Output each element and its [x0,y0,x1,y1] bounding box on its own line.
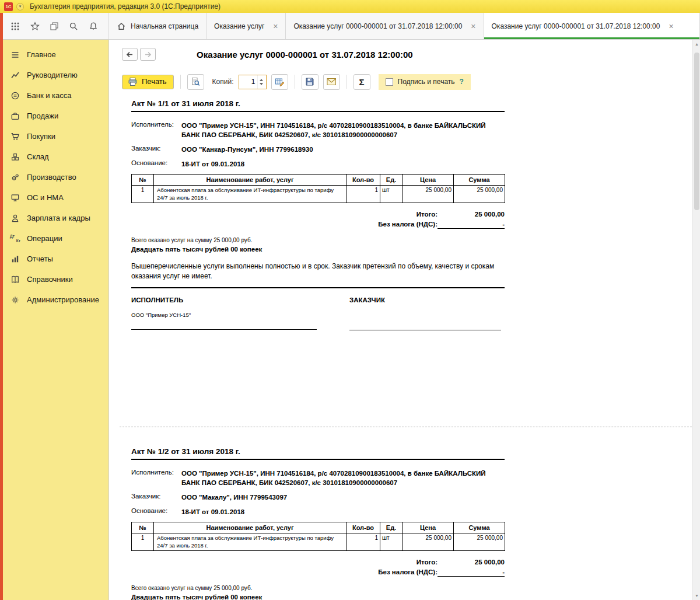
sidebar-item-warehouse[interactable]: Склад [0,146,108,167]
customer-value: ООО "Макалу", ИНН 7799543097 [181,493,287,502]
vat-label: Без налога (НДС): [378,221,438,228]
tab-home[interactable]: Начальная страница [108,13,206,39]
apps-menu-button[interactable] [8,19,23,34]
vertical-scrollbar[interactable]: ▲ ▼ [692,40,700,600]
debit-credit-icon: ДтКт [10,234,20,243]
cart-icon [10,132,20,141]
stepper-down-icon[interactable] [260,83,263,85]
executor-value: ООО "Пример УСН-15", ИНН 7104516184, р/с… [181,469,505,487]
col-number: № [132,522,154,533]
copies-stepper[interactable] [239,75,267,89]
customer-sign-title: ЗАКАЗЧИК [349,296,505,304]
tab-services[interactable]: Оказание услуг × [206,13,286,39]
customer-signature-line [349,330,501,330]
sidebar-item-production[interactable]: Производство [0,167,108,187]
sidebar-item-references[interactable]: Справочники [0,269,108,289]
sidebar-item-fixed-assets[interactable]: ОС и НМА [0,187,108,208]
scroll-down-icon[interactable]: ▼ [693,594,700,598]
sidebar-item-manager[interactable]: Руководителю [0,65,108,85]
save-button[interactable] [302,74,318,90]
favorites-button[interactable] [27,19,43,34]
tab-close-icon[interactable]: × [273,22,278,30]
briefcase-icon [10,111,20,121]
cell-number: 1 [132,533,154,551]
stepper-up-icon[interactable] [260,79,263,81]
sign-and-print-checkbox[interactable] [386,78,393,86]
col-price: Цена [402,175,454,186]
tab-services-document[interactable]: Оказание услуг 0000-000001 от 31.07.2018… [286,13,484,39]
sidebar-item-purchases[interactable]: Покупки [0,126,108,146]
total-label: Итого: [416,211,438,218]
sign-and-print-label[interactable]: Подпись и печать [398,78,455,86]
cell-unit: шт [380,186,402,203]
sidebar-item-label: Руководителю [27,71,78,79]
gear-icon [10,295,20,305]
tab-label: Оказание услуг [214,22,264,30]
tab-close-icon[interactable]: × [471,22,475,30]
sidebar-item-bank-cash[interactable]: Банк и касса [0,85,108,106]
sidebar-item-sales[interactable]: Продажи [0,106,108,126]
help-link[interactable]: ? [460,78,464,86]
cell-price: 25 000,00 [402,186,454,203]
send-email-button[interactable] [323,74,340,90]
print-settings-button[interactable] [271,74,288,90]
table-row: 1 Абонентская плата за обслуживание ИТ-и… [132,533,505,551]
sidebar-item-label: Банк и касса [27,91,72,100]
arrow-right-icon [144,51,152,58]
forward-button[interactable] [140,48,156,61]
boxes-icon [10,152,20,162]
sigma-icon: Σ [359,77,364,87]
sidebar-item-administration[interactable]: Администрирование [0,289,108,310]
executor-sign-title: ИСПОЛНИТЕЛЬ [131,296,349,304]
col-name: Наименование работ, услуг [154,175,346,186]
cell-sum: 25 000,00 [454,186,505,203]
tab-services-document-active[interactable]: Оказание услуг 0000-000001 от 31.07.2018… [484,13,700,39]
preview-button[interactable] [187,74,204,90]
cell-qty: 1 [346,533,380,551]
col-unit: Ед. [380,522,402,533]
sidebar-item-main[interactable]: Главное [0,44,108,65]
act-document-1: Акт № 1/1 от 31 июля 2018 г. Исполнитель… [131,99,505,330]
preview-icon [191,77,200,86]
scrollbar-thumb[interactable] [694,53,699,210]
apps-grid-icon [10,22,20,31]
home-icon [117,22,126,31]
scroll-up-icon[interactable]: ▲ [693,42,700,46]
sidebar-item-label: Продажи [27,111,58,120]
basis-label: Основание: [131,507,181,517]
disclaimer-text: Вышеперечисленные услуги выполнены полно… [131,261,505,282]
amount-in-words: Двадцать пять тысяч рублей 00 копеек [131,594,505,600]
sum-button[interactable]: Σ [354,74,370,90]
copies-input[interactable] [239,75,257,89]
history-button[interactable] [47,19,62,34]
hamburger-icon [10,50,20,60]
tab-close-icon[interactable]: × [668,22,673,30]
toolbar-separator [346,75,347,89]
sidebar-item-reports[interactable]: Отчеты [0,249,108,269]
col-price: Цена [402,522,454,533]
sidebar-item-payroll-hr[interactable]: Зарплата и кадры [0,208,108,228]
cell-qty: 1 [346,186,380,203]
act-title: Акт № 1/1 от 31 июля 2018 г. [131,99,505,108]
document-view: Оказание услуг 0000-000001 от 31.07.2018… [108,40,700,600]
star-icon [30,22,40,31]
act-items-table: № Наименование работ, услуг Кол-во Ед. Ц… [131,522,505,551]
cell-sum: 25 000,00 [454,533,505,551]
amount-in-words: Двадцать пять тысяч рублей 00 копеек [131,246,505,253]
col-qty: Кол-во [346,175,380,186]
print-button[interactable]: Печать [122,75,174,89]
app-logo-icon: 1С [4,2,13,11]
total-note: Всего оказано услуг на сумму 25 000,00 р… [131,237,505,243]
table-row: 1 Абонентская плата за обслуживание ИТ-и… [132,186,505,203]
back-button[interactable] [122,48,138,61]
sidebar-item-label: ОС и НМА [27,193,64,202]
window-left-accent [0,0,3,600]
sidebar-item-operations[interactable]: ДтКт Операции [0,228,108,249]
book-icon [10,275,20,284]
notifications-button[interactable] [86,19,101,34]
toolbar-separator [180,75,181,89]
table-pencil-icon [275,77,285,86]
system-menu-icon[interactable]: ▼ [16,3,24,11]
search-button[interactable] [66,19,81,34]
coin-icon [10,91,20,100]
